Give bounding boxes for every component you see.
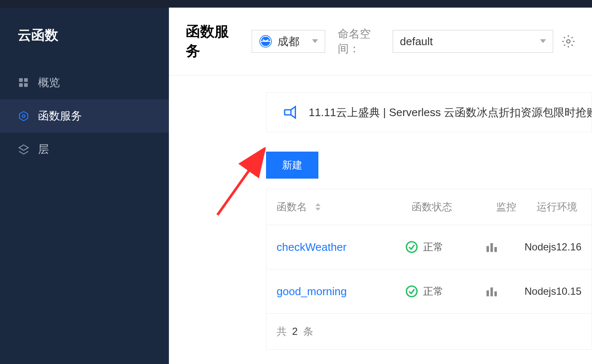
promo-banner[interactable]: 11.11云上盛典 | Serverless 云函数冰点折扣资源包限时抢购1元: [266, 92, 592, 132]
svg-rect-18: [490, 243, 493, 252]
status-text: 正常: [423, 285, 443, 298]
sidebar-item-label: 函数服务: [38, 109, 82, 123]
bar-chart-icon: [486, 242, 498, 252]
region-dropdown[interactable]: 成都: [252, 30, 325, 53]
svg-rect-3: [24, 83, 28, 87]
svg-marker-4: [19, 111, 28, 121]
col-header-status: 函数状态: [412, 200, 496, 214]
status-text: 正常: [423, 240, 443, 254]
functions-table: 函数名 函数状态 监控 运行环境 checkWeather: [266, 189, 592, 350]
namespace-value: default: [400, 35, 433, 48]
check-circle-icon: [405, 285, 418, 298]
bar-chart-icon: [486, 286, 498, 296]
namespace-dropdown[interactable]: default: [393, 30, 553, 53]
col-header-env: 运行环境: [537, 200, 581, 214]
globe-icon: [259, 35, 272, 48]
gear-icon: [562, 35, 575, 48]
svg-line-13: [217, 152, 262, 215]
svg-rect-17: [486, 246, 489, 252]
new-button[interactable]: 新建: [266, 152, 318, 179]
table-row: checkWeather 正常 Node: [266, 225, 592, 269]
svg-marker-9: [540, 39, 546, 43]
page-title: 函数服务: [186, 22, 235, 61]
svg-marker-6: [19, 145, 28, 150]
sidebar-item-label: 概览: [38, 75, 60, 90]
svg-marker-8: [312, 39, 318, 43]
table-footer: 共 2 条: [266, 314, 592, 349]
monitor-cell[interactable]: [486, 286, 525, 296]
layers-icon: [18, 144, 30, 155]
check-circle-icon: [405, 241, 418, 253]
col-header-name[interactable]: 函数名: [277, 200, 412, 214]
svg-rect-2: [19, 83, 23, 87]
env-text: Nodejs12.16: [524, 241, 581, 253]
sidebar-title: 云函数: [0, 8, 169, 66]
sidebar: 云函数 概览 函数服务: [0, 8, 169, 364]
top-bar: [0, 0, 592, 8]
svg-rect-21: [486, 291, 489, 296]
chevron-down-icon: [312, 38, 318, 45]
region-value: 成都: [277, 34, 307, 49]
chevron-down-icon: [540, 38, 546, 45]
monitor-cell[interactable]: [486, 242, 525, 252]
header: 函数服务 成都 命名空间： default: [169, 8, 592, 76]
svg-rect-1: [24, 78, 28, 82]
svg-point-16: [407, 242, 417, 253]
svg-rect-22: [490, 288, 493, 296]
main-content: 函数服务 成都 命名空间： default: [169, 8, 592, 364]
svg-point-10: [567, 40, 570, 43]
sidebar-item-layers[interactable]: 层: [0, 133, 169, 166]
table-row: good_morning 正常 Node: [266, 269, 592, 314]
arrow-annotation-icon: [215, 147, 270, 219]
sort-icon: [315, 203, 320, 211]
sidebar-item-functions[interactable]: 函数服务: [0, 99, 169, 133]
svg-marker-14: [315, 203, 320, 206]
svg-rect-23: [494, 291, 497, 296]
table-header: 函数名 函数状态 监控 运行环境: [266, 189, 592, 225]
content-area: 11.11云上盛典 | Serverless 云函数冰点折扣资源包限时抢购1元 …: [169, 76, 592, 350]
dashboard-icon: [18, 77, 30, 89]
sidebar-item-overview[interactable]: 概览: [0, 66, 169, 99]
sidebar-item-label: 层: [38, 142, 49, 157]
svg-point-20: [407, 286, 417, 297]
namespace-label: 命名空间：: [338, 27, 384, 56]
hexagon-icon: [18, 110, 30, 122]
svg-marker-15: [315, 208, 320, 211]
svg-rect-0: [19, 78, 23, 82]
function-link[interactable]: good_morning: [277, 285, 347, 298]
banner-text: 11.11云上盛典 | Serverless 云函数冰点折扣资源包限时抢购1元: [309, 105, 592, 120]
env-text: Nodejs10.15: [524, 285, 581, 297]
svg-point-5: [22, 114, 25, 117]
settings-button[interactable]: [562, 34, 575, 49]
svg-rect-19: [494, 247, 497, 252]
svg-rect-11: [285, 110, 291, 115]
megaphone-icon: [283, 105, 299, 120]
function-link[interactable]: checkWeather: [277, 241, 347, 254]
col-header-monitor: 监控: [496, 200, 537, 214]
